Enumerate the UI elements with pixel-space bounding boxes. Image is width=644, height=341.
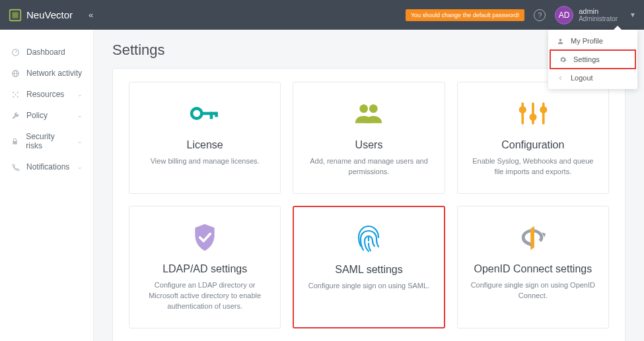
card-desc: Configure single sign on using SAML.	[308, 281, 429, 292]
sidebar-item-label: Security risks	[26, 132, 71, 150]
chevron-down-icon: ⌄	[77, 112, 83, 119]
svg-rect-13	[202, 112, 217, 115]
back-arrow-icon	[556, 75, 564, 82]
svg-point-19	[530, 115, 535, 119]
sidebar-item-label: Notifications	[26, 162, 69, 171]
brand[interactable]: NeuVector	[8, 8, 73, 22]
svg-point-7	[17, 92, 18, 93]
card-desc: Configure single sign on using OpenID Co…	[470, 280, 596, 301]
svg-rect-1	[12, 12, 18, 18]
sidebar-item-resources[interactable]: Resources ⌄	[0, 84, 93, 105]
sidebar-collapse-toggle[interactable]: «	[89, 10, 93, 20]
password-warning-banner[interactable]: You should change the default password!	[406, 9, 524, 21]
sidebar-item-dashboard[interactable]: Dashboard	[0, 42, 93, 63]
sidebar-item-notifications[interactable]: Notifications ⌄	[0, 156, 93, 177]
svg-point-2	[559, 38, 561, 41]
card-license[interactable]: License View billing and manage licenses…	[129, 82, 281, 194]
menu-item-label: Logout	[571, 74, 593, 82]
svg-point-12	[192, 108, 201, 118]
menu-item-my-profile[interactable]: My Profile	[548, 32, 637, 49]
card-title: Users	[355, 139, 383, 151]
svg-point-18	[520, 108, 524, 112]
svg-point-16	[360, 104, 369, 113]
sliders-icon	[517, 98, 550, 129]
help-icon[interactable]: ?	[534, 9, 546, 21]
card-title: SAML settings	[335, 264, 403, 276]
svg-point-8	[13, 96, 14, 97]
user-menu-trigger[interactable]: AD admin Administrator ▼	[555, 6, 636, 24]
card-desc: Add, rename and manage users and permiss…	[305, 156, 432, 177]
user-dropdown-menu: My Profile Settings Logout	[548, 30, 637, 89]
card-desc: View billing and manage licenses.	[151, 156, 260, 167]
card-ldap-ad-settings[interactable]: LDAP/AD settings Configure an LDAP direc…	[129, 206, 281, 328]
globe-icon	[11, 69, 20, 78]
card-title: Configuration	[501, 139, 564, 151]
card-desc: Enable Syslog, Webhooks and queue file i…	[470, 156, 596, 177]
svg-rect-11	[13, 140, 17, 144]
menu-item-settings[interactable]: Settings	[550, 49, 636, 69]
avatar: AD	[555, 6, 573, 24]
svg-point-9	[17, 96, 18, 97]
menu-item-label: Settings	[573, 55, 600, 63]
fingerprint-icon	[355, 223, 382, 253]
topbar: NeuVector « You should change the defaul…	[0, 0, 644, 30]
svg-point-20	[541, 108, 546, 112]
user-role-label: Administrator	[579, 15, 618, 22]
card-saml-settings[interactable]: SAML settings Configure single sign on u…	[293, 206, 445, 328]
user-name-label: admin	[579, 7, 618, 15]
brand-logo-icon	[8, 8, 22, 22]
card-configuration[interactable]: Configuration Enable Syslog, Webhooks an…	[457, 82, 609, 194]
cluster-icon	[11, 90, 20, 99]
card-users[interactable]: Users Add, rename and manage users and p…	[293, 82, 445, 194]
chevron-down-icon: ▼	[629, 11, 636, 18]
svg-rect-15	[215, 112, 218, 117]
openid-icon	[519, 222, 547, 253]
sidebar-item-label: Network activity	[26, 69, 82, 78]
svg-point-10	[15, 94, 16, 95]
card-title: License	[187, 139, 223, 151]
shield-check-icon	[192, 222, 217, 253]
lock-icon	[11, 137, 19, 146]
users-icon	[354, 98, 383, 129]
phone-icon	[11, 163, 20, 171]
sidebar-item-label: Dashboard	[26, 47, 65, 57]
gauge-icon	[11, 48, 20, 57]
chevron-down-icon: ⌄	[77, 91, 83, 98]
sidebar-item-label: Resources	[26, 90, 64, 99]
card-title: LDAP/AD settings	[162, 263, 247, 275]
sidebar-item-network-activity[interactable]: Network activity	[0, 63, 93, 84]
sidebar: Dashboard Network activity Resources ⌄ P…	[0, 30, 94, 341]
sidebar-item-label: Policy	[26, 111, 48, 120]
svg-point-17	[369, 104, 378, 113]
svg-rect-14	[210, 112, 213, 119]
chevron-down-icon: ⌄	[77, 138, 83, 144]
settings-panel: License View billing and manage licenses…	[112, 68, 626, 341]
sidebar-item-security-risks[interactable]: Security risks ⌄	[0, 126, 93, 156]
menu-item-logout[interactable]: Logout	[548, 69, 637, 86]
card-desc: Configure an LDAP directory or Microsoft…	[141, 280, 268, 312]
chevron-down-icon: ⌄	[77, 164, 83, 170]
gear-icon	[559, 56, 567, 63]
sidebar-item-policy[interactable]: Policy ⌄	[0, 105, 93, 126]
brand-name: NeuVector	[26, 9, 73, 20]
card-openid-connect-settings[interactable]: OpenID Connect settings Configure single…	[457, 206, 609, 328]
key-icon	[190, 98, 220, 129]
wrench-icon	[11, 111, 20, 120]
menu-item-label: My Profile	[571, 37, 603, 45]
card-title: OpenID Connect settings	[474, 263, 592, 275]
user-icon	[556, 38, 564, 45]
svg-point-6	[13, 92, 14, 93]
